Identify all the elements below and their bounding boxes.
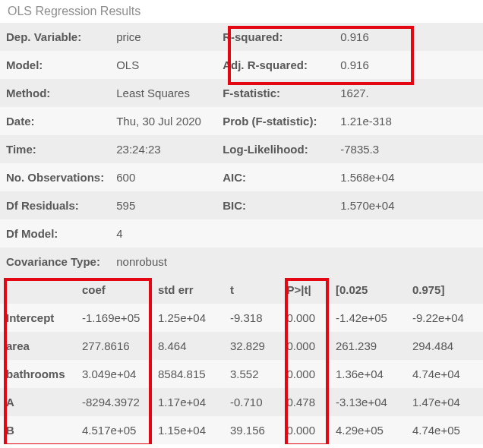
summary-row: Model:OLSAdj. R-squared:0.916 [0,51,483,79]
summary-value: 4 [110,219,216,248]
summary-value: -7835.3 [334,135,483,163]
coef-stderr: 8584.815 [152,360,224,388]
coef-value: 4.517e+05 [76,416,152,444]
coef-row: A-8294.39721.17e+04-0.7100.478-3.13e+041… [0,388,483,416]
summary-table: Dep. Variable:priceR-squared:0.916Model:… [0,23,483,276]
summary-label: Date: [0,107,110,135]
summary-row: No. Observations:600AIC:1.568e+04 [0,163,483,191]
coef-ci-high: 4.74e+04 [406,360,483,388]
coef-stderr: 8.464 [152,332,224,360]
coef-p: 0.000 [280,304,329,332]
coef-header: 0.975] [406,276,483,304]
coef-t: 3.552 [224,360,280,388]
coef-value: 3.049e+04 [76,360,152,388]
summary-value: 0.916 [334,23,483,51]
coef-p: 0.000 [280,416,329,444]
coef-name: area [0,332,76,360]
coef-t: 32.829 [224,332,280,360]
coef-stderr: 1.25e+04 [152,304,224,332]
summary-value: 1627. [334,79,483,107]
coef-ci-high: 294.484 [406,332,483,360]
coef-name: Intercept [0,304,76,332]
summary-value: Thu, 30 Jul 2020 [110,107,216,135]
coef-ci-low: 261.239 [330,332,406,360]
coef-stderr: 1.17e+04 [152,388,224,416]
coef-t: -0.710 [224,388,280,416]
summary-label: Adj. R-squared: [216,51,334,79]
coef-stderr: 1.15e+04 [152,416,224,444]
summary-label: R-squared: [216,23,334,51]
summary-label: Dep. Variable: [0,23,110,51]
coef-ci-low: -1.42e+05 [330,304,406,332]
summary-label: Covariance Type: [0,248,110,276]
summary-label: Model: [0,51,110,79]
summary-row: Date:Thu, 30 Jul 2020Prob (F-statistic):… [0,107,483,135]
summary-value: 600 [110,163,216,191]
summary-label: AIC: [216,163,334,191]
coef-name: B [0,416,76,444]
summary-label: Df Model: [0,219,110,248]
summary-value [334,219,483,248]
coef-name: bathrooms [0,360,76,388]
coef-ci-high: -9.22e+04 [406,304,483,332]
coef-row: bathrooms3.049e+048584.8153.5520.0001.36… [0,360,483,388]
coef-t: -9.318 [224,304,280,332]
summary-label [216,219,334,248]
summary-row: Dep. Variable:priceR-squared:0.916 [0,23,483,51]
summary-label: F-statistic: [216,79,334,107]
coef-value: -1.169e+05 [76,304,152,332]
summary-row: Df Residuals:595BIC:1.570e+04 [0,191,483,219]
coef-p: 0.478 [280,388,329,416]
summary-row: Df Model:4 [0,219,483,248]
coef-value: -8294.3972 [76,388,152,416]
page-title: OLS Regression Results [0,0,483,23]
summary-value [334,248,483,276]
summary-value: nonrobust [110,248,216,276]
coefficients-table: coefstd errtP>|t|[0.0250.975] Intercept-… [0,276,483,444]
coef-header: std err [152,276,224,304]
summary-label: Time: [0,135,110,163]
summary-label [216,248,334,276]
summary-value: 1.570e+04 [334,191,483,219]
coef-row: B4.517e+051.15e+0439.1560.0004.29e+054.7… [0,416,483,444]
coef-name: A [0,388,76,416]
summary-label: BIC: [216,191,334,219]
coef-p: 0.000 [280,332,329,360]
coef-header: P>|t| [280,276,329,304]
summary-label: No. Observations: [0,163,110,191]
coef-ci-high: 1.47e+04 [406,388,483,416]
coef-value: 277.8616 [76,332,152,360]
summary-value: 595 [110,191,216,219]
coef-ci-low: -3.13e+04 [330,388,406,416]
summary-label: Df Residuals: [0,191,110,219]
coef-p: 0.000 [280,360,329,388]
summary-row: Method:Least SquaresF-statistic:1627. [0,79,483,107]
coef-t: 39.156 [224,416,280,444]
summary-label: Log-Likelihood: [216,135,334,163]
summary-label: Method: [0,79,110,107]
coef-header: [0.025 [330,276,406,304]
coef-row: area277.86168.46432.8290.000261.239294.4… [0,332,483,360]
summary-value: 23:24:23 [110,135,216,163]
summary-value: 1.21e-318 [334,107,483,135]
summary-label: Prob (F-statistic): [216,107,334,135]
coef-header: coef [76,276,152,304]
summary-value: price [110,23,216,51]
coef-ci-low: 1.36e+04 [330,360,406,388]
summary-row: Covariance Type:nonrobust [0,248,483,276]
summary-value: 1.568e+04 [334,163,483,191]
summary-value: 0.916 [334,51,483,79]
summary-value: OLS [110,51,216,79]
coef-ci-low: 4.29e+05 [330,416,406,444]
summary-row: Time:23:24:23Log-Likelihood:-7835.3 [0,135,483,163]
coef-row: Intercept-1.169e+051.25e+04-9.3180.000-1… [0,304,483,332]
coef-header: t [224,276,280,304]
summary-value: Least Squares [110,79,216,107]
coef-header [0,276,76,304]
coef-ci-high: 4.74e+05 [406,416,483,444]
